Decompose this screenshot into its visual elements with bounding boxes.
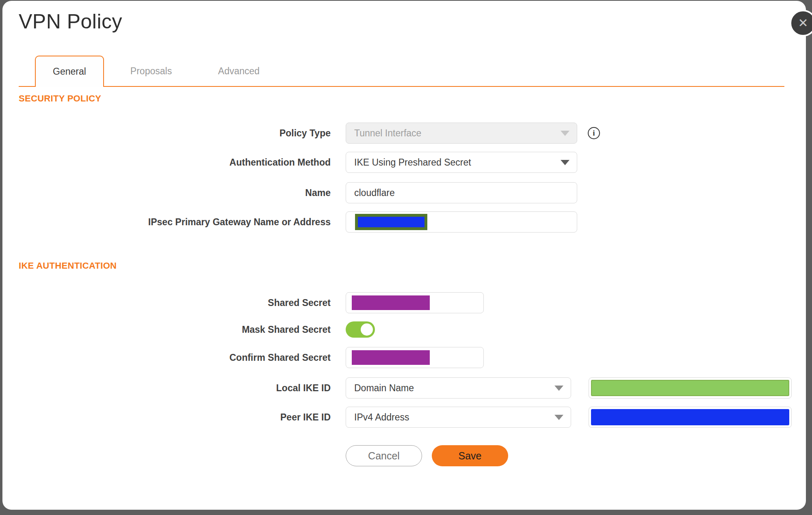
redacted-gateway-value (355, 214, 427, 230)
field-row-policy-type: Policy Type Tunnel Interface i (19, 123, 600, 144)
local-ike-id-label: Local IKE ID (19, 383, 331, 394)
mask-shared-secret-label: Mask Shared Secret (19, 324, 331, 335)
peer-ike-id-type-select[interactable]: IPv4 Address (346, 407, 571, 428)
chevron-down-icon (554, 415, 563, 420)
redacted-peer-ike-id-value (591, 409, 789, 425)
tab-general[interactable]: General (35, 56, 104, 87)
shared-secret-input[interactable] (346, 292, 484, 313)
shared-secret-label: Shared Secret (19, 297, 331, 308)
peer-ike-id-type-value: IPv4 Address (354, 412, 554, 423)
policy-type-select: Tunnel Interface (346, 123, 577, 144)
local-ike-id-value-input[interactable] (589, 377, 792, 399)
peer-ike-id-value-input[interactable] (589, 407, 792, 428)
redacted-confirm-shared-secret-value (352, 350, 430, 365)
name-input[interactable] (346, 182, 577, 203)
cancel-button[interactable]: Cancel (346, 445, 422, 466)
tab-proposals-label: Proposals (130, 66, 172, 77)
dialog-title: VPN Policy (19, 10, 122, 33)
ipsec-primary-gateway-label: IPsec Primary Gateway Name or Address (19, 217, 331, 228)
toggle-knob (361, 323, 373, 336)
authentication-method-select[interactable]: IKE Using Preshared Secret (346, 152, 577, 173)
chevron-down-icon (561, 160, 569, 165)
confirm-shared-secret-input[interactable] (346, 347, 484, 368)
local-ike-id-type-select[interactable]: Domain Name (346, 377, 571, 399)
field-row-mask-shared-secret: Mask Shared Secret (19, 321, 375, 338)
redacted-shared-secret-value (352, 295, 430, 310)
policy-type-label: Policy Type (19, 128, 331, 139)
local-ike-id-type-value: Domain Name (354, 383, 554, 394)
tab-bar: General Proposals Advanced (2, 56, 806, 87)
save-button[interactable]: Save (432, 445, 508, 466)
authentication-method-label: Authentication Method (19, 157, 331, 168)
field-row-confirm-shared-secret: Confirm Shared Secret (19, 347, 484, 368)
policy-type-value: Tunnel Interface (354, 128, 561, 139)
field-row-authentication-method: Authentication Method IKE Using Preshare… (19, 152, 577, 173)
name-label: Name (19, 187, 331, 198)
confirm-shared-secret-label: Confirm Shared Secret (19, 352, 331, 363)
tab-advanced-label: Advanced (218, 66, 260, 77)
chevron-down-icon (554, 386, 563, 391)
peer-ike-id-label: Peer IKE ID (19, 412, 331, 423)
field-row-name: Name (19, 182, 577, 203)
field-row-local-ike-id: Local IKE ID Domain Name (19, 377, 792, 399)
tab-advanced[interactable]: Advanced (204, 56, 273, 87)
close-icon: ✕ (798, 17, 808, 29)
dialog-actions: Cancel Save (19, 445, 508, 466)
tab-proposals[interactable]: Proposals (117, 56, 186, 87)
mask-shared-secret-toggle[interactable] (346, 321, 375, 338)
info-icon[interactable]: i (588, 127, 600, 139)
vpn-policy-dialog: VPN Policy General Proposals Advanced SE… (2, 1, 806, 510)
chevron-down-icon (561, 131, 569, 136)
field-row-peer-ike-id: Peer IKE ID IPv4 Address (19, 407, 792, 428)
tab-general-label: General (53, 66, 86, 77)
field-row-shared-secret: Shared Secret (19, 292, 484, 313)
field-row-ipsec-primary-gateway: IPsec Primary Gateway Name or Address (19, 211, 577, 233)
redacted-local-ike-id-value (591, 380, 789, 396)
ipsec-primary-gateway-input[interactable] (346, 211, 577, 233)
section-heading-security-policy: SECURITY POLICY (19, 93, 101, 104)
authentication-method-value: IKE Using Preshared Secret (354, 157, 561, 168)
section-heading-ike-authentication: IKE AUTHENTICATION (19, 261, 117, 271)
